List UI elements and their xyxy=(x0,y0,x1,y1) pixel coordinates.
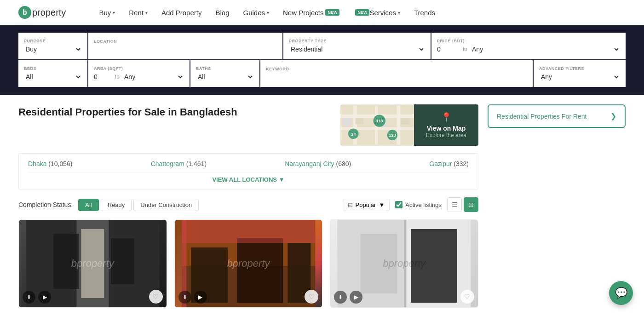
view-all-locations-button[interactable]: VIEW ALL LOCATIONS ▼ xyxy=(28,172,469,183)
card-image-actions: ⬇ ▶ xyxy=(334,291,362,304)
filters-bar: Completion Status: All Ready Under Const… xyxy=(18,197,478,212)
sort-dropdown[interactable]: ⊟ Popular ▼ xyxy=(343,199,390,211)
rent-properties-label: Residential Properties For Rent xyxy=(497,113,586,120)
purpose-field: PURPOSE Buy Rent xyxy=(18,33,87,59)
purpose-label: PURPOSE xyxy=(24,39,82,43)
sort-label: Popular xyxy=(356,201,376,208)
price-max-select[interactable]: Any 1,000,000 5,000,000 10,000,000 xyxy=(470,45,620,53)
nav-item-new-projects[interactable]: New Projects NEW xyxy=(277,6,345,19)
proptype-field: PROPERTY TYPE Residential Commercial Ind… xyxy=(283,33,431,59)
baths-label: BATHS xyxy=(196,66,254,71)
area-to-label: to xyxy=(115,74,120,80)
logo-text: property xyxy=(32,7,66,18)
keyword-field: KEYWORD xyxy=(260,60,533,87)
purpose-select[interactable]: Buy Rent xyxy=(24,45,82,53)
nav-item-rent[interactable]: Rent ▾ xyxy=(123,6,153,19)
logo[interactable]: b property xyxy=(18,6,66,19)
search-row-2: BEDS All 1 2 3 4 5+ AREA (SQFT) to Any 5… xyxy=(18,60,626,87)
beds-field: BEDS All 1 2 3 4 5+ xyxy=(18,60,87,87)
location-label: LOCATION xyxy=(94,39,277,44)
property-card[interactable]: bproperty ⬇ ▶ ♡ xyxy=(174,219,323,308)
svg-text:14: 14 xyxy=(351,132,356,137)
nav-item-trends[interactable]: Trends xyxy=(408,6,441,19)
location-count: (680) xyxy=(336,160,351,167)
svg-rect-5 xyxy=(397,106,400,145)
location-count: (10,056) xyxy=(48,160,72,167)
active-listings-filter: Active listings xyxy=(395,201,442,208)
list-view-button[interactable]: ☰ xyxy=(447,197,462,212)
svg-rect-21 xyxy=(53,234,79,289)
download-icon[interactable]: ⬇ xyxy=(334,291,347,304)
favorite-button[interactable]: ♡ xyxy=(460,290,474,304)
svg-rect-34 xyxy=(411,229,457,303)
download-icon[interactable]: ⬇ xyxy=(23,291,35,304)
nav-item-guides[interactable]: Guides ▾ xyxy=(238,6,275,19)
search-section: PURPOSE Buy Rent LOCATION PROPERTY TYPE … xyxy=(0,25,644,95)
play-icon[interactable]: ▶ xyxy=(194,291,207,304)
filter-all-button[interactable]: All xyxy=(78,199,98,211)
price-min-input[interactable] xyxy=(437,46,460,53)
filter-under-construction-button[interactable]: Under Construction xyxy=(133,199,199,211)
price-range: to Any 1,000,000 5,000,000 10,000,000 xyxy=(437,45,620,53)
location-input[interactable] xyxy=(94,46,277,53)
map-cta-button[interactable]: 📍 View on Map Explore the area xyxy=(414,104,478,146)
beds-select[interactable]: All 1 2 3 4 5+ xyxy=(24,73,82,81)
area-min-input[interactable] xyxy=(94,73,112,80)
area-field: AREA (SQFT) to Any 500 1000 2000 xyxy=(88,60,190,87)
property-card[interactable]: bproperty ⬇ ▶ ♡ xyxy=(18,219,167,308)
location-item-narayanganj[interactable]: Narayanganj City (680) xyxy=(285,160,351,167)
svg-rect-9 xyxy=(401,118,411,125)
nav-links: Buy ▾ Rent ▾ Add Property Blog Guides ▾ … xyxy=(93,6,626,19)
search-row-1: PURPOSE Buy Rent LOCATION PROPERTY TYPE … xyxy=(18,33,626,59)
chevron-down-icon: ▾ xyxy=(267,10,269,15)
nav-item-services[interactable]: NEW Services ▾ xyxy=(348,6,406,19)
nav-item-blog[interactable]: Blog xyxy=(210,6,235,19)
area-max-select[interactable]: Any 500 1000 2000 xyxy=(122,73,184,81)
nav-item-buy[interactable]: Buy ▾ xyxy=(93,6,121,19)
card-image-actions: ⬇ ▶ xyxy=(178,291,207,304)
completion-buttons: All Ready Under Construction xyxy=(78,199,199,211)
price-label: PRICE (BDT) xyxy=(437,39,620,43)
completion-label: Completion Status: xyxy=(18,201,73,208)
location-item-chattogram[interactable]: Chattogram (1,461) xyxy=(151,160,207,167)
map-cta-subtitle: Explore the area xyxy=(426,132,466,138)
advanced-field: ADVANCED FILTERS Any xyxy=(534,60,626,87)
chat-button[interactable]: 💬 xyxy=(609,281,633,305)
svg-text:313: 313 xyxy=(376,118,383,123)
location-item-gazipur[interactable]: Gazipur (332) xyxy=(429,160,469,167)
area-range: to Any 500 1000 2000 xyxy=(94,73,184,81)
keyword-input[interactable] xyxy=(266,73,527,80)
location-name: Gazipur xyxy=(429,160,452,167)
sidebar: Residential Properties For Rent ❯ xyxy=(488,104,626,308)
logo-icon: b xyxy=(18,6,31,19)
filter-ready-button[interactable]: Ready xyxy=(101,199,132,211)
grid-view-button[interactable]: ⊞ xyxy=(464,197,478,212)
play-icon[interactable]: ▶ xyxy=(38,291,51,304)
area-label: AREA (SQFT) xyxy=(94,66,184,71)
page-title: Residential Properties for Sale in Bangl… xyxy=(18,106,237,118)
active-listings-checkbox[interactable] xyxy=(395,201,402,208)
location-field: LOCATION xyxy=(88,33,282,59)
svg-rect-7 xyxy=(356,118,363,124)
chevron-down-icon: ▼ xyxy=(279,176,285,183)
location-item-dhaka[interactable]: Dhaka (10,056) xyxy=(28,160,73,167)
rent-properties-link[interactable]: Residential Properties For Rent ❯ xyxy=(488,104,626,128)
baths-field: BATHS All 1 2 3 4 5+ xyxy=(190,60,259,87)
map-widget[interactable]: 313 14 123 📍 View on Map Explore the are… xyxy=(340,104,478,146)
baths-select[interactable]: All 1 2 3 4 5+ xyxy=(196,73,254,81)
beds-label: BEDS xyxy=(24,66,82,71)
locations-grid: Dhaka (10,056) Chattogram (1,461) Naraya… xyxy=(28,160,469,167)
location-count: (1,461) xyxy=(186,160,207,167)
advanced-select[interactable]: Any xyxy=(539,73,620,81)
nav-item-add-property[interactable]: Add Property xyxy=(156,6,207,19)
price-field: PRICE (BDT) to Any 1,000,000 5,000,000 1… xyxy=(431,33,626,59)
chevron-down-icon: ▾ xyxy=(398,10,400,15)
play-icon[interactable]: ▶ xyxy=(350,291,362,304)
favorite-button[interactable]: ♡ xyxy=(149,290,163,304)
property-card[interactable]: bproperty ⬇ ▶ ♡ xyxy=(330,219,478,308)
sort-icon: ⊟ xyxy=(348,201,353,208)
active-listings-label: Active listings xyxy=(405,201,442,208)
proptype-select[interactable]: Residential Commercial Industrial xyxy=(289,45,425,53)
svg-rect-18 xyxy=(81,229,104,298)
download-icon[interactable]: ⬇ xyxy=(178,291,191,304)
